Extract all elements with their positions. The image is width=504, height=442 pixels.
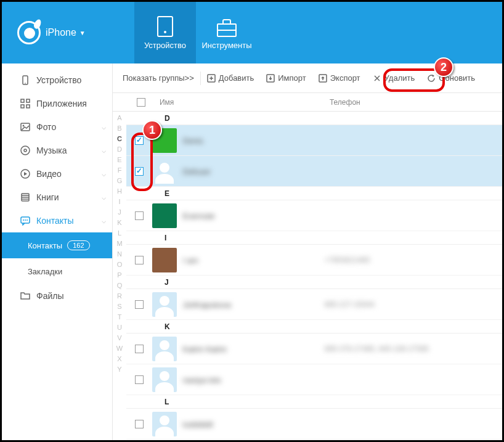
phone-icon: [20, 75, 30, 85]
sidebar-contacts[interactable]: Контакты ⌵: [2, 209, 112, 232]
alpha-letter[interactable]: D: [113, 144, 126, 155]
label: Добавить: [219, 73, 254, 83]
alpha-index: ABCDEFGHIJKLMNOPQRSTUVWXY: [113, 112, 126, 440]
tab-tools-label: Инструменты: [201, 41, 251, 50]
sidebar-books[interactable]: Книги ⌵: [2, 186, 112, 209]
sidebar-files[interactable]: Файлы: [2, 284, 112, 308]
contact-list: DDenisDefuserEEvernoteII am+7953621465JJ…: [126, 112, 502, 440]
sidebar-sub-bookmarks[interactable]: Закладки: [2, 258, 112, 284]
alpha-letter[interactable]: Y: [113, 364, 126, 375]
alpha-letter[interactable]: K: [113, 218, 126, 228]
svg-rect-4: [21, 105, 24, 108]
select-all-checkbox[interactable]: [137, 98, 145, 107]
sidebar-apps[interactable]: Приложения: [2, 92, 112, 115]
annotation-marker-2: 2: [434, 57, 453, 77]
alpha-letter[interactable]: O: [113, 260, 126, 270]
alpha-letter[interactable]: Q: [113, 280, 126, 291]
tab-tools[interactable]: Инструменты: [196, 2, 258, 63]
alpha-letter[interactable]: A: [113, 113, 126, 123]
label: Файлы: [36, 291, 63, 301]
briefcase-icon: [217, 23, 237, 37]
alpha-letter[interactable]: P: [113, 270, 126, 280]
list-area: ABCDEFGHIJKLMNOPQRSTUVWXY DDenisDefuserE…: [113, 112, 502, 440]
row-checkbox[interactable]: [135, 345, 144, 353]
svg-point-9: [24, 149, 26, 152]
contact-row[interactable]: ludddddl: [126, 409, 502, 440]
contact-row[interactable]: JshKapukova885-227-20044: [126, 289, 502, 320]
alpha-letter[interactable]: E: [113, 155, 126, 165]
import-button[interactable]: Импорт: [260, 63, 312, 92]
contact-row[interactable]: I am+7953621465: [126, 245, 502, 276]
alpha-letter[interactable]: V: [113, 333, 126, 343]
label: Контакты: [28, 241, 62, 250]
label: Экспорт: [330, 73, 360, 83]
label: Приложения: [36, 99, 87, 108]
logo-icon: [17, 21, 41, 44]
alpha-letter[interactable]: R: [113, 291, 126, 301]
alpha-letter[interactable]: W: [113, 343, 126, 354]
row-checkbox[interactable]: [135, 375, 144, 384]
sidebar-music[interactable]: Музыка ⌵: [2, 139, 112, 162]
contact-row[interactable]: Katrin Katrin895-376-27485, 845-108-2758…: [126, 334, 502, 364]
show-groups-button[interactable]: Показать группы>>: [116, 63, 200, 92]
tab-device[interactable]: Устройство: [134, 2, 196, 63]
alpha-letter[interactable]: T: [113, 312, 126, 322]
export-icon: [319, 74, 327, 83]
sidebar-sub-contacts[interactable]: Контакты 162: [2, 232, 112, 258]
label: Контакты: [36, 216, 73, 226]
contact-name: I am: [183, 256, 198, 265]
svg-point-18: [26, 219, 28, 221]
alpha-letter[interactable]: J: [113, 207, 126, 218]
row-checkbox[interactable]: [135, 420, 144, 428]
avatar: [152, 248, 177, 272]
alpha-letter[interactable]: X: [113, 354, 126, 364]
section-header: E: [126, 187, 502, 200]
alpha-letter[interactable]: M: [113, 239, 126, 249]
alpha-letter[interactable]: C: [113, 134, 126, 144]
row-checkbox[interactable]: [135, 300, 144, 309]
contact-phone: +7953621465: [325, 256, 502, 264]
contact-name: Denis: [183, 136, 203, 145]
avatar: [152, 412, 177, 436]
annotation-box-checkboxes: [131, 133, 153, 191]
svg-rect-5: [26, 105, 30, 108]
main-area: Устройство Приложения Фото ⌵ Музыка ⌵ Ви…: [2, 63, 502, 440]
add-button[interactable]: Добавить: [201, 63, 260, 92]
column-phone[interactable]: Телефон: [330, 98, 502, 107]
export-button[interactable]: Экспорт: [312, 63, 367, 92]
sidebar-video[interactable]: Видео ⌵: [2, 162, 112, 186]
tab-device-label: Устройство: [144, 41, 186, 50]
avatar: [152, 203, 177, 228]
chevron-down-icon: ⌵: [102, 146, 106, 155]
avatar: [152, 337, 177, 361]
contact-name: Evernote: [183, 211, 215, 221]
alpha-letter[interactable]: U: [113, 322, 126, 333]
column-name[interactable]: Имя: [157, 98, 330, 107]
avatar: [152, 292, 177, 317]
label: Фото: [36, 122, 56, 132]
image-icon: [20, 122, 30, 132]
alpha-letter[interactable]: I: [113, 197, 126, 207]
alpha-letter[interactable]: N: [113, 249, 126, 260]
contact-row[interactable]: nastya lolo: [126, 364, 502, 395]
svg-point-8: [21, 146, 30, 155]
label: Импорт: [278, 73, 306, 83]
contact-name: nastya lolo: [183, 375, 221, 385]
contact-name: ludddddl: [183, 420, 213, 429]
sidebar-photo[interactable]: Фото ⌵: [2, 115, 112, 139]
sidebar-device[interactable]: Устройство: [2, 68, 112, 92]
alpha-letter[interactable]: F: [113, 165, 126, 176]
row-checkbox[interactable]: [135, 211, 144, 220]
tablet-icon: [157, 16, 173, 37]
section-header: I: [126, 231, 502, 245]
alpha-letter[interactable]: L: [113, 228, 126, 239]
device-selector[interactable]: iPhone ▼: [2, 2, 134, 63]
alpha-letter[interactable]: B: [113, 123, 126, 134]
alpha-letter[interactable]: S: [113, 301, 126, 312]
contact-row[interactable]: Defuser: [126, 156, 502, 187]
contact-row[interactable]: Evernote: [126, 200, 502, 231]
alpha-letter[interactable]: G: [113, 176, 126, 186]
contact-row[interactable]: Denis: [126, 125, 502, 156]
alpha-letter[interactable]: H: [113, 186, 126, 197]
row-checkbox[interactable]: [135, 256, 144, 264]
